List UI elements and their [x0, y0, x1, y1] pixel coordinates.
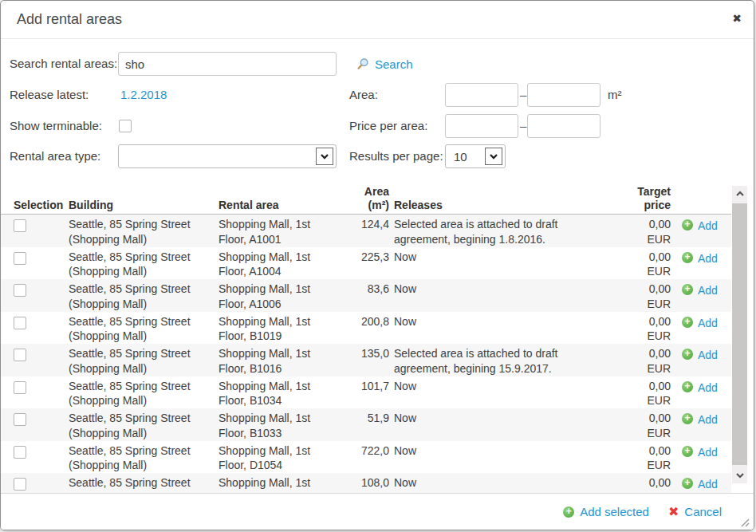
releases-cell: Now	[390, 441, 623, 474]
target-price-cell: 0,00 EUR	[623, 279, 671, 312]
table-row: Seattle, 85 Spring Street Shopping Mall,…	[1, 473, 731, 495]
area-cell: 51,9	[320, 408, 390, 441]
scrollbar[interactable]	[732, 186, 747, 483]
add-button[interactable]: + Add	[671, 279, 731, 312]
target-price-cell: 0,00 EUR	[623, 441, 671, 474]
releases-cell: Now	[390, 279, 623, 312]
header-rental-area: Rental area	[219, 196, 320, 212]
target-price-cell: 0,00 EUR	[623, 215, 671, 247]
add-button[interactable]: + Add	[671, 215, 731, 247]
dialog-titlebar: Add rental areas ✖	[1, 1, 754, 39]
add-plus-icon: +	[682, 317, 693, 328]
releases-cell: Now	[390, 408, 623, 441]
cancel-button[interactable]: ✖ Cancel	[668, 505, 722, 518]
add-plus-icon: +	[682, 478, 693, 489]
chevron-down-icon	[316, 148, 333, 165]
rental-area-cell: Shopping Mall, 1st Floor, A1004	[219, 247, 320, 280]
search-button[interactable]: Search	[356, 52, 413, 76]
releases-cell: Now	[390, 312, 623, 345]
table-header-row: Selection Building Rental area Area (m²)…	[1, 183, 731, 215]
table-row: Seattle, 85 Spring Street (Shopping Mall…	[1, 344, 731, 376]
release-latest-label: Release latest:	[10, 83, 89, 107]
header-area-m2: Area (m²)	[320, 183, 390, 212]
show-terminable-checkbox[interactable]	[119, 120, 132, 132]
add-button-label[interactable]: Add	[698, 477, 718, 492]
add-button[interactable]: + Add	[671, 473, 731, 495]
add-button-label[interactable]: Add	[698, 348, 718, 363]
releases-cell: Selected area is attached to draft agree…	[390, 344, 623, 376]
row-checkbox[interactable]	[14, 381, 26, 394]
row-checkbox[interactable]	[14, 284, 26, 297]
add-button-label[interactable]: Add	[698, 283, 718, 298]
row-checkbox[interactable]	[14, 349, 26, 361]
table-row: Seattle, 85 Spring Street (Shopping Mall…	[1, 441, 731, 474]
price-max-input[interactable]	[527, 114, 600, 138]
area-cell: 83,6	[320, 279, 390, 312]
add-selected-label[interactable]: Add selected	[580, 505, 649, 518]
building-cell: Seattle, 85 Spring Street	[69, 473, 219, 495]
search-input[interactable]	[118, 52, 337, 76]
cancel-label[interactable]: Cancel	[684, 505, 722, 518]
add-button[interactable]: + Add	[671, 312, 731, 345]
rental-area-type-label: Rental area type:	[10, 144, 100, 168]
resize-handle-icon[interactable]	[739, 517, 750, 527]
building-cell: Seattle, 85 Spring Street (Shopping Mall…	[69, 247, 219, 280]
row-checkbox[interactable]	[14, 252, 26, 265]
row-checkbox[interactable]	[14, 317, 26, 329]
scrollbar-thumb[interactable]	[732, 203, 747, 465]
add-selected-button[interactable]: + Add selected	[563, 505, 649, 518]
add-button[interactable]: + Add	[671, 247, 731, 280]
area-range-dash: –	[520, 83, 526, 107]
add-button-label[interactable]: Add	[698, 445, 718, 460]
results-per-page-label: Results per page:	[349, 144, 443, 168]
rental-area-cell: Shopping Mall, 1st Floor, B1019	[219, 312, 320, 345]
scroll-up-icon[interactable]	[732, 186, 747, 202]
add-button[interactable]: + Add	[671, 376, 731, 409]
add-button-label[interactable]: Add	[698, 316, 718, 331]
header-releases: Releases	[390, 196, 623, 212]
add-plus-icon: +	[682, 252, 693, 263]
rental-area-type-select[interactable]	[118, 144, 337, 168]
area-cell: 101,7	[320, 376, 390, 409]
releases-cell: Selected area is attached to draft agree…	[390, 215, 623, 247]
cancel-x-icon: ✖	[668, 506, 679, 518]
add-button[interactable]: + Add	[671, 441, 731, 474]
add-rental-areas-dialog: Add rental areas ✖ Search rental areas: …	[0, 0, 754, 530]
building-cell: Seattle, 85 Spring Street (Shopping Mall…	[69, 215, 219, 247]
add-button[interactable]: + Add	[671, 344, 731, 376]
row-checkbox[interactable]	[14, 219, 26, 232]
area-max-input[interactable]	[527, 83, 600, 107]
target-price-cell: 0,00 EUR	[623, 473, 671, 495]
rental-area-cell: Shopping Mall, 1st Floor, A1006	[219, 279, 320, 312]
area-cell: 722,0	[320, 441, 390, 474]
row-checkbox[interactable]	[14, 446, 26, 459]
price-range-dash: –	[520, 114, 526, 138]
results-per-page-select[interactable]: 10	[445, 144, 506, 168]
add-button-label[interactable]: Add	[698, 219, 718, 234]
area-cell: 225,3	[320, 247, 390, 280]
add-button-label[interactable]: Add	[698, 412, 718, 428]
row-checkbox[interactable]	[14, 413, 26, 426]
add-button-label[interactable]: Add	[698, 380, 718, 396]
search-button-label[interactable]: Search	[375, 57, 413, 71]
add-button[interactable]: + Add	[671, 408, 731, 441]
show-terminable-label: Show terminable:	[10, 114, 102, 138]
add-plus-icon: +	[682, 349, 693, 360]
release-latest-link[interactable]: 1.2.2018	[120, 83, 167, 107]
filter-panel: Search rental areas: Search Release late…	[1, 39, 754, 183]
rental-area-cell: Shopping Mall, 1st Floor, D1054	[219, 441, 320, 474]
close-icon[interactable]: ✖	[732, 13, 742, 24]
table-row: Seattle, 85 Spring Street (Shopping Mall…	[1, 312, 731, 345]
search-label: Search rental areas:	[10, 52, 117, 76]
target-price-cell: 0,00 EUR	[623, 376, 671, 409]
area-cell: 124,4	[320, 215, 390, 247]
scroll-down-icon[interactable]	[732, 467, 747, 483]
price-min-input[interactable]	[445, 114, 518, 138]
results-per-page-value: 10	[446, 150, 485, 164]
area-min-input[interactable]	[445, 83, 518, 107]
add-button-label[interactable]: Add	[698, 251, 718, 266]
row-checkbox[interactable]	[14, 478, 26, 491]
add-plus-icon: +	[682, 381, 693, 392]
price-per-area-label: Price per area:	[349, 114, 427, 138]
rental-area-cell: Shopping Mall, 1st Floor, B1033	[219, 408, 320, 441]
